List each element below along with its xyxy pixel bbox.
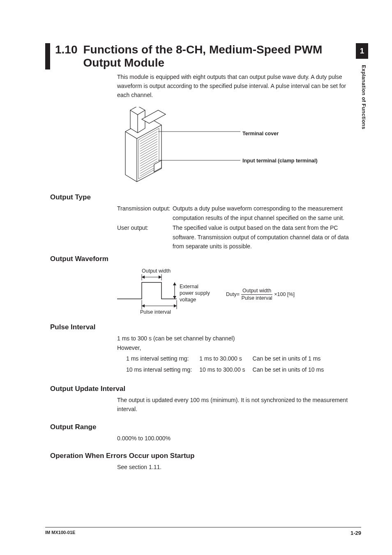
waveform-diagram: Output width Externalpower supplyvoltage… — [117, 268, 361, 317]
formula-numerator: Output width — [241, 288, 272, 294]
def-term: User output: — [117, 223, 173, 251]
section-heading: 1.10 Functions of the 8-CH, Medium-Speed… — [45, 43, 361, 69]
operation-errors-body: See section 1.11. — [117, 462, 361, 472]
subheading-operation-errors: Operation When Errors Occur upon Startup — [50, 452, 361, 460]
pulse-interval-body: 1 ms to 300 s (can be set channel by cha… — [117, 334, 361, 376]
def-body: Outputs a duty pulse waveform correspond… — [173, 204, 361, 222]
module-svg-icon — [117, 107, 240, 185]
illustration-label-terminal-cover: Terminal cover — [242, 131, 279, 136]
heading-bar — [45, 43, 50, 69]
output-type-body: Transmission output: Outputs a duty puls… — [117, 204, 361, 251]
subheading-output-waveform: Output Waveform — [50, 255, 361, 263]
subheading-output-range: Output Range — [50, 423, 361, 431]
waveform-label-output-width: Output width — [142, 268, 171, 274]
cell: Can be set in units of 1 ms — [253, 354, 331, 364]
duty-formula: Duty= Output width Pulse interval ×100 [… — [226, 288, 295, 301]
cell: 1 ms interval setting rng: — [126, 354, 198, 364]
cell: 10 ms interval setting rng: — [126, 365, 198, 375]
cell: 1 ms to 30.000 s — [199, 354, 251, 364]
section-number: 1.10 — [55, 43, 78, 56]
pulse-interval-line2: However, — [117, 343, 361, 352]
page-footer: IM MX100-01E 1-29 — [45, 527, 361, 536]
subheading-output-update: Output Update Interval — [50, 385, 361, 393]
illustration-label-input-terminal: Input terminal (clamp terminal) — [242, 158, 318, 164]
cell: Can be set in units of 10 ms — [253, 365, 331, 375]
table-row: 10 ms interval setting rng: 10 ms to 300… — [126, 365, 330, 375]
formula-prefix: Duty= — [226, 291, 240, 297]
def-body: The specified value is output based on t… — [173, 223, 361, 251]
output-range-body: 0.000% to 100.000% — [117, 434, 361, 443]
formula-suffix: ×100 [%] — [274, 291, 295, 297]
table-row: 1 ms interval setting rng: 1 ms to 30.00… — [126, 354, 330, 364]
waveform-label-external: Externalpower supplyvoltage — [180, 284, 210, 303]
intro-paragraph: This module is equipped with eight outpu… — [117, 73, 355, 99]
section-title: Functions of the 8-CH, Medium-Speed PWM … — [83, 43, 362, 69]
subheading-pulse-interval: Pulse Interval — [50, 323, 361, 331]
subheading-output-type: Output Type — [50, 193, 361, 201]
output-update-body: The output is updated every 100 ms (mini… — [117, 395, 361, 414]
formula-denominator: Pulse interval — [242, 295, 272, 301]
footer-doc-id: IM MX100-01E — [45, 530, 75, 536]
def-term: Transmission output: — [117, 204, 173, 222]
pulse-interval-table: 1 ms interval setting rng: 1 ms to 30.00… — [125, 353, 331, 376]
module-illustration: Terminal cover Input terminal (clamp ter… — [117, 107, 361, 185]
footer-page-number: 1-29 — [350, 530, 361, 536]
cell: 10 ms to 300.00 s — [199, 365, 251, 375]
waveform-label-pulse-interval: Pulse interval — [140, 309, 171, 315]
pulse-interval-line1: 1 ms to 300 s (can be set channel by cha… — [117, 334, 361, 343]
